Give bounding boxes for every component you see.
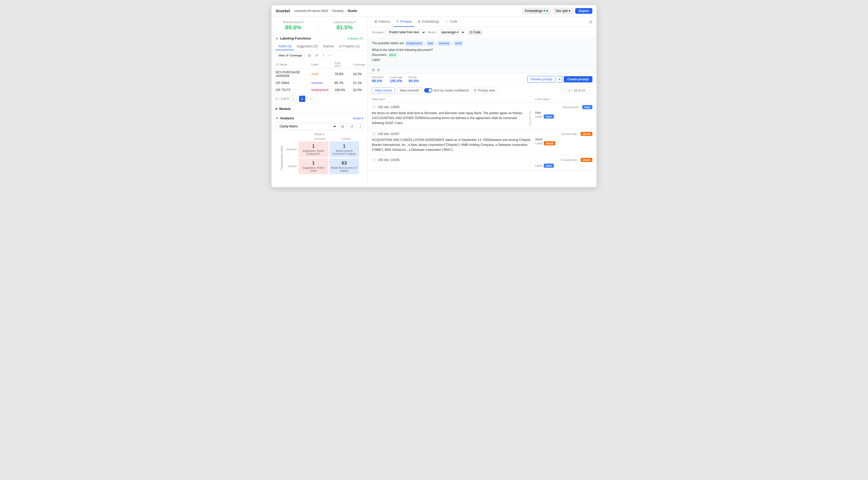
template-select[interactable]: Predict label from text bbox=[385, 29, 426, 35]
sort-confidence-toggle[interactable] bbox=[424, 88, 432, 93]
tab-patterns-label: Patterns bbox=[378, 20, 390, 23]
analysis-badge: Model 4 bbox=[353, 117, 363, 120]
analysis-title: Analysis bbox=[280, 116, 294, 120]
data-row[interactable]: 📄 UID doc::10165 Ground truth stock Labe… bbox=[368, 155, 596, 170]
file-icon: 📄 bbox=[372, 158, 376, 162]
breadcrumb-sep1: / bbox=[330, 9, 331, 13]
analysis-filter-btn[interactable]: ⊟ bbox=[339, 123, 346, 130]
cell-3-suggestion: Model fits to correct LF outputs bbox=[331, 166, 358, 172]
row-label-correct: Correct bbox=[284, 158, 298, 174]
ground-truth-badge: stock bbox=[581, 132, 592, 136]
data-row-header: 📄 UID doc::10005 Ground truth loan bbox=[372, 105, 592, 109]
data-page-next[interactable]: › bbox=[587, 88, 592, 93]
col-header-llm-output: LLM output bbox=[535, 97, 592, 101]
data-row-content: ACQUISITION AND CANCELLATION AGREEMENT d… bbox=[372, 137, 592, 153]
template-label: Template bbox=[372, 31, 383, 34]
code-btn[interactable]: ⊡ Code bbox=[467, 29, 483, 35]
tab-active[interactable]: Active (3) bbox=[276, 43, 294, 50]
data-page-text: 1 – 10 of 10 bbox=[569, 89, 585, 92]
preview-dropdown-btn[interactable]: ▾ bbox=[557, 76, 562, 83]
model-select[interactable]: openai/gpt-4 bbox=[438, 29, 465, 35]
dev-split-chevron: ▾ bbox=[569, 9, 570, 13]
breadcrumb-develop[interactable]: Develop bbox=[332, 9, 343, 13]
view-correct-btn[interactable]: View correct bbox=[372, 87, 395, 94]
prompt-view-btn[interactable]: ⊡ Prompt view bbox=[471, 87, 498, 94]
refresh-icon-btn[interactable]: ↺ bbox=[314, 53, 319, 58]
ground-truth-label: Ground truth bbox=[561, 158, 577, 161]
tab-embeddings-label: Embeddings bbox=[422, 20, 439, 23]
export-btn[interactable]: Export bbox=[575, 8, 592, 14]
prompt-config-row: Template Predict label from text Model o… bbox=[368, 27, 596, 38]
labeling-functions-header[interactable]: ▼ Labeling Functions 3 Active LFs bbox=[272, 34, 367, 43]
data-text bbox=[372, 164, 531, 168]
code-btn-icon: ⊡ bbox=[470, 30, 472, 34]
output-label-text: Label bbox=[535, 164, 542, 167]
dev-split-label: Dev split bbox=[556, 9, 568, 13]
tab-code[interactable]: → Code bbox=[443, 17, 460, 27]
lf-table: LF Name Label Prec. (GT) Coverage KEY-PU… bbox=[272, 60, 367, 94]
sort-toggle: Sort by model confidence bbox=[424, 88, 469, 93]
latest-accuracy: Latest Accuracy ▾ 81.0% bbox=[333, 20, 356, 31]
row-label-incorrect: Incorrect bbox=[284, 141, 298, 157]
precision-label: Precision bbox=[372, 76, 383, 79]
best-accuracy-value: 89.0% bbox=[283, 24, 304, 31]
embeddings-btn-label: Embeddings bbox=[525, 9, 542, 13]
dev-split-btn[interactable]: Dev split ▾ bbox=[553, 8, 573, 14]
analysis-type-select[interactable]: Clarity Matrix bbox=[276, 123, 337, 130]
models-header[interactable]: ▶ Models bbox=[276, 107, 363, 111]
lf-prec-cell: 100.0% bbox=[331, 87, 349, 94]
cell-1-value: 1 bbox=[331, 143, 358, 149]
create-prompt-btn[interactable]: Create prompt bbox=[564, 76, 592, 83]
scrollbar-hint[interactable] bbox=[530, 111, 530, 126]
matrix-cell-0[interactable]: 1 Suggestion: Refine existing LFs bbox=[299, 141, 329, 157]
lf-table-row[interactable]: CiF-72c73 employment 100.0% 32.0% bbox=[272, 87, 367, 94]
filter-icon-right[interactable]: ⊟ bbox=[589, 20, 592, 24]
lf-table-row[interactable]: KEY-PURCHASE AGREEM. stock 78.9% 18.2% bbox=[272, 69, 367, 79]
view-incorrect-btn[interactable]: View incorrect bbox=[397, 87, 422, 94]
tab-embeddings[interactable]: ⊕ Embeddings bbox=[415, 17, 442, 27]
data-page-prev[interactable]: ‹ bbox=[561, 88, 567, 93]
matrix-cell-1[interactable]: 1 Model corrects incorrect LF outputs bbox=[330, 141, 360, 157]
analysis-refresh-btn[interactable]: ↺ bbox=[348, 123, 355, 130]
cell-2-value: 1 bbox=[300, 160, 327, 166]
tab-in-progress[interactable]: In Progress (1) bbox=[337, 43, 362, 50]
matrix-cell-3[interactable]: 63 Model fits to correct LF outputs bbox=[330, 158, 360, 174]
col-coverage: Coverage bbox=[349, 60, 367, 69]
page-next-btn[interactable]: › bbox=[307, 96, 314, 102]
data-row[interactable]: 📄 UID doc::10167 Ground truth stock ACQU… bbox=[368, 129, 596, 156]
preview-prompt-btn[interactable]: Preview prompt bbox=[527, 76, 556, 83]
more-icon-btn[interactable]: ⋯ bbox=[328, 53, 333, 58]
tab-prompts[interactable]: ✎ Prompts bbox=[394, 17, 414, 27]
add-icon-btn[interactable]: ⊕ bbox=[377, 68, 380, 72]
matrix-cell-2[interactable]: 1 Suggestion: Refine model bbox=[299, 158, 329, 174]
analysis-share-btn[interactable]: ⤴ bbox=[357, 123, 363, 130]
analysis-dropdown-row: Clarity Matrix ⊟ ↺ ⤴ bbox=[276, 123, 363, 130]
col-header-data-input: Data input bbox=[372, 97, 535, 101]
table-icon-btn[interactable]: ⊞ bbox=[372, 68, 375, 72]
code-icon: → bbox=[445, 20, 448, 23]
embeddings-btn[interactable]: Embeddings ▾ bbox=[522, 8, 551, 14]
matrix-col-headers: Incorrect Correct bbox=[276, 137, 363, 141]
lf-prec-cell: 85.7% bbox=[331, 79, 349, 87]
breadcrumb-project[interactable]: contracts-fm-demo-0620 bbox=[294, 9, 328, 13]
data-pagination: ‹ 1 – 10 of 10 › bbox=[561, 88, 592, 93]
output-label-row: Label loan bbox=[535, 115, 592, 119]
lf-pagination: 1 – 3 of 3 ‹ 1 › bbox=[272, 94, 367, 104]
right-panel: ⊞ Patterns ✎ Prompts ⊕ Embeddings → Code… bbox=[368, 17, 596, 187]
analysis-header: ▼ Analysis Model 4 bbox=[276, 116, 363, 120]
data-row[interactable]: 📄 UID doc::10005 Ground truth loan the t… bbox=[368, 102, 596, 129]
filter-icon-btn[interactable]: ⊟ bbox=[307, 53, 312, 58]
matrix-col-correct: Correct bbox=[333, 137, 360, 140]
tab-suggested[interactable]: Suggested (15) bbox=[294, 43, 321, 50]
lf-chevron-icon: ▼ bbox=[276, 37, 279, 40]
tab-patterns[interactable]: ⊞ Patterns bbox=[372, 17, 393, 27]
lf-table-row[interactable]: CiF-f26e5 services 85.7% 21.1% bbox=[272, 79, 367, 87]
view-lf-coverage-btn[interactable]: View LF Coverage bbox=[276, 53, 305, 58]
uid-text: UID doc::10005 bbox=[378, 105, 399, 109]
share-icon-btn[interactable]: ⤴ bbox=[321, 53, 325, 58]
data-row-header: 📄 UID doc::10165 Ground truth stock bbox=[372, 158, 592, 162]
page-prev-btn[interactable]: ‹ bbox=[291, 96, 297, 102]
best-accuracy-label: Best Accuracy ▾ bbox=[283, 20, 304, 24]
tab-inactive[interactable]: Inactive bbox=[321, 43, 337, 50]
prompt-line-1: The possible labels are employment , loa… bbox=[372, 41, 592, 46]
